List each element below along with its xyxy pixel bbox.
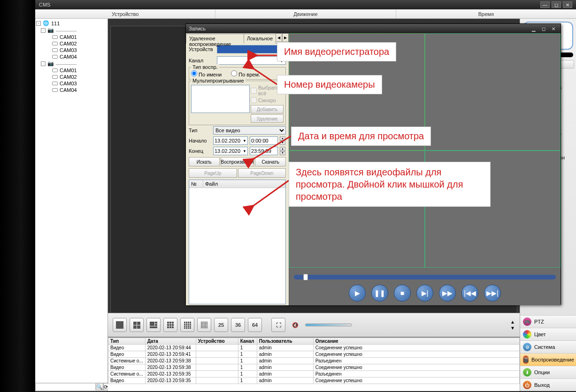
log-row[interactable]: Видео2020-02-13 20:59:351adminСоединение… [108, 377, 520, 384]
rewind-icon[interactable]: |◀◀ [461, 285, 478, 302]
tree-cam-label[interactable]: CAM03 [60, 81, 77, 86]
system-tab[interactable]: ⚙Система [520, 340, 576, 353]
layout-1plus5-button[interactable] [146, 318, 161, 332]
check-sync[interactable]: Синхро [251, 97, 284, 103]
ptz-tab[interactable]: 🎮PTZ [520, 315, 576, 328]
log-cell: 1 [238, 371, 257, 377]
log-cell [196, 364, 238, 371]
tree-cam-label[interactable]: CAM03 [60, 47, 77, 53]
delete-button[interactable]: Удаление [251, 114, 284, 123]
video-cell[interactable] [425, 33, 561, 151]
log-cell: 1 [238, 377, 257, 384]
video-quad[interactable] [289, 33, 561, 268]
log-col-date[interactable]: Дата [145, 338, 196, 345]
end-date-input[interactable]: 13.02.2020▼ [213, 147, 248, 155]
log-col-type[interactable]: Тип [108, 338, 146, 345]
dropdown-icon[interactable]: ▼ [243, 149, 246, 153]
log-col-channel[interactable]: Канал [238, 338, 257, 345]
layout-3x3-button[interactable] [163, 318, 177, 332]
layout-2x2-button[interactable] [130, 318, 144, 332]
tree-collapse-icon[interactable]: - [41, 28, 46, 33]
seek-slider[interactable] [294, 275, 556, 279]
log-row[interactable]: Системные о...2020-02-13 20:59:351adminР… [108, 371, 520, 377]
tree-collapse-icon[interactable]: - [41, 61, 46, 66]
log-row[interactable]: Видео2020-02-13 20:59:441adminСоединение… [108, 345, 520, 351]
camera-icon [52, 55, 58, 59]
log-cell: 1 [238, 345, 257, 351]
tree-cam-label[interactable]: CAM02 [60, 74, 77, 80]
pause-icon[interactable]: ❚❚ [371, 285, 388, 302]
dialog-close-button[interactable]: ✕ [549, 25, 558, 32]
tree-group-label: ———— [56, 28, 77, 33]
type-label: Тип [189, 128, 211, 133]
log-col-user[interactable]: Пользователь [257, 338, 313, 345]
playback-tab[interactable]: 🎬Воспроизведение [520, 353, 576, 366]
seek-knob[interactable] [303, 274, 308, 280]
svg-line-1 [253, 68, 277, 84]
layout-36-button[interactable]: 36 [231, 318, 245, 332]
pagedown-button[interactable]: PageDown [238, 168, 286, 178]
tab-scroll-right-icon[interactable]: ▶ [282, 33, 289, 42]
minimize-button[interactable]: — [540, 1, 550, 8]
add-button[interactable]: Добавить [251, 105, 284, 113]
search-icon[interactable]: 🔍 [96, 383, 103, 391]
log-col-device[interactable]: Устройство [196, 338, 238, 345]
log-row[interactable]: Видео2020-02-13 20:59:381adminСоединение… [108, 364, 520, 371]
color-tab[interactable]: Цвет [520, 328, 576, 340]
pageup-button[interactable]: PageUp [189, 168, 237, 178]
device-tree[interactable]: -🌐111 -📷———— CAM01 CAM02 CAM03 CAM04 -📷—… [35, 19, 108, 383]
tab-local-playback[interactable]: Локальное [244, 34, 276, 44]
scroll-up-icon[interactable]: ▲ [510, 319, 515, 324]
log-row[interactable]: Системные о...2020-02-13 20:59:381adminР… [108, 358, 520, 364]
dialog-minimize-button[interactable]: ▁ [530, 25, 538, 32]
volume-slider[interactable] [305, 324, 352, 326]
file-col-num[interactable]: № [189, 180, 203, 188]
tree-cam-label[interactable]: CAM01 [60, 34, 77, 40]
annotation-file-list: Здесь появятся видеофайлы для просмотра.… [289, 162, 491, 207]
radio-by-name[interactable]: По имени [191, 70, 222, 77]
dialog-maximize-button[interactable]: ◻ [539, 25, 548, 32]
tab-remote-playback[interactable]: Удаленное воспроизведение [186, 34, 244, 44]
options-tab[interactable]: ⬇Опции [520, 366, 576, 378]
header-device[interactable]: Устройство [35, 9, 215, 18]
header-motion[interactable]: Движение [215, 9, 396, 18]
layout-5x5-button[interactable] [197, 318, 211, 332]
fullscreen-button[interactable]: ⛶ [271, 318, 285, 332]
log-panel: Тип Дата Устройство Канал Пользователь О… [108, 337, 520, 391]
layout-4x4-button[interactable] [180, 318, 194, 332]
stop-icon[interactable]: ■ [394, 285, 411, 302]
tree-cam-label[interactable]: CAM04 [60, 54, 77, 60]
start-date-input[interactable]: 13.02.2020▼ [213, 136, 248, 145]
header-time[interactable]: Время [396, 9, 576, 18]
play-icon[interactable]: ▶ [349, 285, 366, 302]
log-cell: Видео [108, 351, 146, 358]
tree-cam-label[interactable]: CAM04 [60, 87, 77, 93]
skip-forward-icon[interactable]: ▶▶| [484, 285, 501, 302]
log-cell: Соединение успешно [313, 345, 519, 351]
log-cell: Разъединен [313, 371, 519, 377]
dialog-titlebar[interactable]: Запись ▁ ◻ ✕ [186, 24, 561, 33]
tree-cam-label[interactable]: CAM01 [60, 68, 77, 73]
exit-tab[interactable]: ⏻Выход [520, 378, 576, 391]
search-button[interactable]: Искать [189, 157, 220, 166]
dropdown-icon[interactable]: ▼ [243, 139, 246, 143]
camera-icon [52, 48, 58, 52]
log-col-desc[interactable]: Описание [313, 338, 519, 345]
multiplay-list[interactable] [191, 85, 250, 113]
close-button[interactable]: ✕ [563, 1, 572, 8]
log-row[interactable]: Видео2020-02-13 20:59:411adminСоединение… [108, 351, 520, 358]
step-icon[interactable]: ▶| [416, 285, 433, 302]
tree-collapse-icon[interactable]: - [36, 21, 41, 26]
layout-25-button[interactable]: 25 [214, 318, 228, 332]
layout-1x1-button[interactable] [113, 318, 127, 332]
camera-icon [52, 42, 58, 45]
mute-button[interactable]: 🔇 [288, 318, 302, 332]
tree-cam-label[interactable]: CAM02 [60, 41, 77, 46]
tree-search-input[interactable] [35, 383, 96, 391]
tab-scroll-left-icon[interactable]: ◀ [276, 33, 282, 42]
fastforward-icon[interactable]: ▶▶ [439, 285, 456, 302]
scroll-down-icon[interactable]: ▼ [510, 325, 515, 331]
log-table[interactable]: Тип Дата Устройство Канал Пользователь О… [108, 338, 520, 384]
layout-64-button[interactable]: 64 [248, 318, 262, 332]
maximize-button[interactable]: ◻ [552, 1, 561, 8]
